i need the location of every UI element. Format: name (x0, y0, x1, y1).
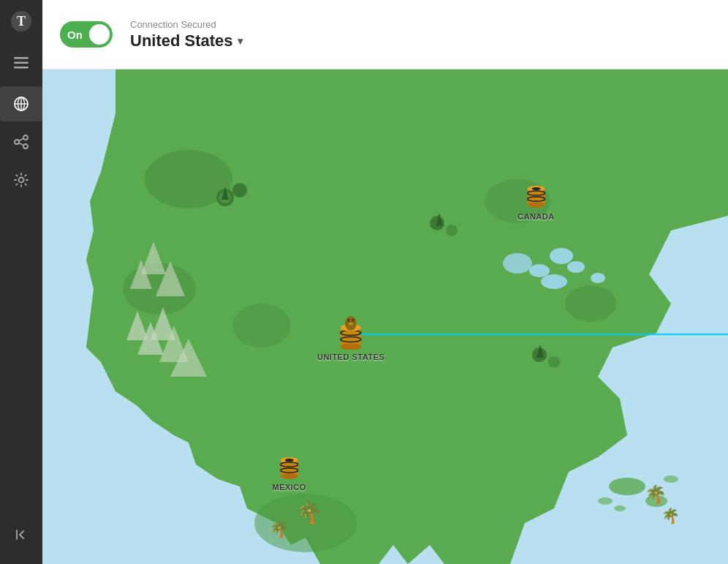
svg-point-66 (348, 319, 349, 320)
svg-rect-4 (14, 67, 29, 69)
svg-point-24 (529, 264, 550, 277)
sidebar-item-settings[interactable] (0, 162, 42, 198)
svg-point-57 (531, 187, 540, 190)
sidebar-bottom (0, 517, 42, 552)
toggle-label: On (67, 29, 83, 41)
canada-label: CANADA (517, 212, 555, 221)
svg-point-49 (614, 505, 626, 511)
svg-point-39 (446, 225, 458, 236)
svg-point-14 (19, 178, 24, 183)
svg-point-69 (350, 325, 352, 326)
menu-button[interactable] (0, 45, 42, 80)
vpn-toggle[interactable]: On (60, 21, 113, 48)
svg-point-10 (15, 140, 19, 144)
svg-point-47 (645, 495, 667, 507)
canada-barrel-icon (523, 178, 549, 209)
svg-point-46 (609, 478, 645, 495)
svg-point-20 (565, 285, 616, 322)
map-area: CANADA UNITED STATES (42, 69, 728, 564)
location-name: United States (130, 31, 233, 50)
svg-point-48 (664, 475, 678, 483)
united-states-marker[interactable]: UNITED STATES (317, 312, 384, 361)
svg-rect-2 (14, 57, 29, 59)
svg-point-50 (598, 497, 613, 505)
svg-point-18 (232, 304, 291, 347)
sidebar-item-map[interactable] (0, 86, 42, 121)
svg-point-9 (23, 135, 28, 140)
us-label: UNITED STATES (317, 353, 384, 361)
svg-point-26 (503, 253, 532, 274)
connection-status: Connection Secured (130, 19, 243, 30)
connection-location[interactable]: United States ▾ (130, 31, 243, 50)
sidebar-nav (0, 86, 42, 517)
sidebar-item-share[interactable] (0, 124, 42, 159)
svg-point-45 (254, 494, 357, 552)
toggle-knob (89, 24, 110, 45)
svg-point-11 (23, 144, 28, 148)
connection-info: Connection Secured United States ▾ (130, 19, 243, 50)
mexico-barrel-icon (277, 451, 302, 480)
svg-line-13 (19, 143, 23, 146)
svg-point-74 (281, 473, 298, 479)
svg-point-41 (548, 356, 560, 368)
svg-point-25 (550, 248, 573, 264)
svg-point-56 (527, 202, 545, 208)
chevron-down-icon: ▾ (238, 35, 243, 47)
mexico-label: MEXICO (272, 483, 306, 492)
us-barrel-icon (336, 312, 365, 350)
map-svg (42, 69, 728, 564)
svg-text:T: T (17, 14, 26, 29)
svg-point-67 (352, 319, 354, 320)
svg-point-22 (567, 261, 585, 273)
canada-marker[interactable]: CANADA (517, 178, 555, 221)
sidebar: T (0, 0, 42, 564)
svg-point-75 (285, 459, 294, 462)
svg-point-37 (232, 183, 247, 198)
svg-point-23 (591, 273, 605, 283)
svg-rect-3 (14, 62, 29, 64)
mexico-marker[interactable]: MEXICO (272, 451, 306, 492)
header: On Connection Secured United States ▾ (42, 0, 728, 69)
collapse-button[interactable] (0, 517, 42, 552)
app-logo: T (0, 0, 42, 42)
svg-point-21 (541, 274, 567, 289)
svg-line-12 (19, 139, 23, 141)
